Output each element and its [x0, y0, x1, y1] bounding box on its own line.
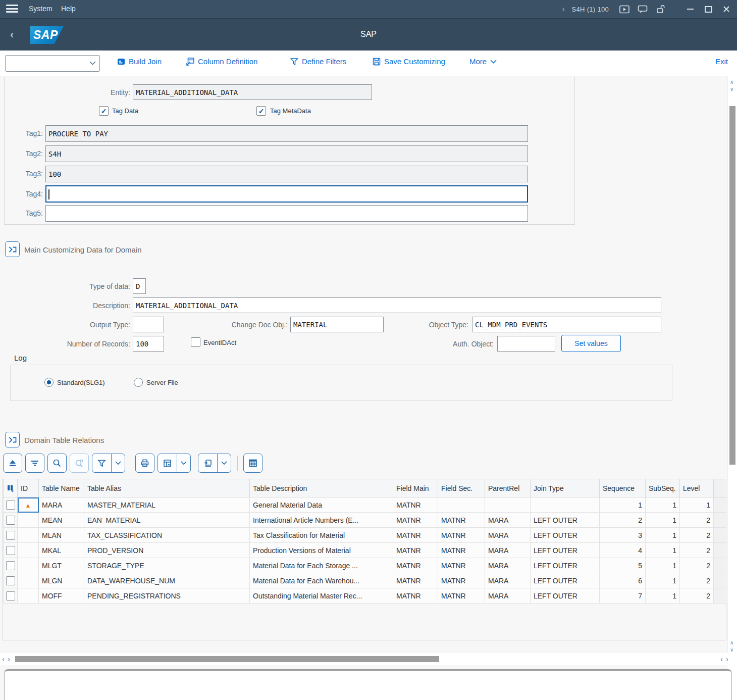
- cell-table-alias[interactable]: STORAGE_TYPE: [84, 558, 250, 573]
- layout-dropdown-button[interactable]: [217, 454, 231, 472]
- cell-table-description[interactable]: Tax Classification for Material: [250, 528, 393, 543]
- row-checkbox[interactable]: [6, 516, 15, 525]
- cell-field-main[interactable]: MATNR: [393, 588, 438, 604]
- export-spreadsheet-button[interactable]: [158, 454, 177, 472]
- cell-parentrel[interactable]: MARA: [485, 558, 531, 573]
- cell-parentrel[interactable]: MARA: [485, 588, 531, 604]
- collapse-section-icon[interactable]: [5, 241, 20, 257]
- session-dialog-icon[interactable]: [637, 4, 648, 15]
- cell-level[interactable]: 2: [680, 558, 714, 573]
- define-filters-button[interactable]: Define Filters: [290, 57, 346, 66]
- select-all-button[interactable]: [4, 479, 18, 497]
- cell-parentrel[interactable]: MARA: [485, 513, 531, 528]
- cell-table-alias[interactable]: TAX_CLASSIFICATION: [84, 528, 250, 543]
- description-field[interactable]: MATERIAL_ADDITIONAL_DATA: [133, 297, 661, 313]
- maximize-button[interactable]: [703, 4, 714, 15]
- cell-table-name[interactable]: MEAN: [39, 513, 84, 528]
- row-checkbox[interactable]: [6, 576, 15, 585]
- cell-sequence[interactable]: 4: [600, 543, 646, 558]
- chevron-down-icon[interactable]: [89, 61, 96, 65]
- cell-field-main[interactable]: MATNR: [393, 513, 438, 528]
- scroll-right-icon[interactable]: ›: [726, 655, 728, 663]
- cell-table-alias[interactable]: EAN_MATERIAL: [84, 513, 250, 528]
- scroll-left-icon[interactable]: ‹: [2, 655, 5, 663]
- scroll-right-icon[interactable]: ›: [8, 655, 10, 663]
- cell-field-main[interactable]: MATNR: [393, 497, 438, 513]
- tag4-field-focused[interactable]: [45, 185, 528, 203]
- cell-field-main[interactable]: MATNR: [393, 528, 438, 543]
- row-checkbox[interactable]: [6, 501, 15, 510]
- set-values-button[interactable]: Set values: [561, 335, 621, 352]
- copy-layout-button[interactable]: [198, 454, 217, 472]
- cell-subseq[interactable]: 1: [646, 497, 680, 513]
- cell-sequence[interactable]: 1: [600, 497, 646, 513]
- cell-level[interactable]: 2: [680, 573, 714, 588]
- num-records-field[interactable]: 100: [133, 336, 164, 352]
- cell-parentrel[interactable]: MARA: [485, 528, 531, 543]
- cell-id[interactable]: [18, 513, 39, 528]
- cell-join-type[interactable]: LEFT OUTER: [531, 543, 600, 558]
- type-of-data-field[interactable]: D: [133, 278, 146, 294]
- cell-table-description[interactable]: Material Data for Each Warehou...: [250, 573, 393, 588]
- unlocked-padlock-icon[interactable]: [655, 4, 666, 15]
- cell-table-description[interactable]: Outstanding Material Master Rec...: [250, 588, 393, 604]
- cell-field-sec[interactable]: MATNR: [438, 588, 485, 604]
- cell-subseq[interactable]: 1: [646, 513, 680, 528]
- cell-id[interactable]: [18, 573, 39, 588]
- cell-table-name[interactable]: MLGN: [39, 573, 84, 588]
- cell-subseq[interactable]: 1: [646, 558, 680, 573]
- column-header-level[interactable]: Level: [680, 479, 714, 497]
- cell-table-name[interactable]: MLAN: [39, 528, 84, 543]
- cell-level[interactable]: 2: [680, 528, 714, 543]
- cell-field-sec[interactable]: [438, 497, 485, 513]
- row-checkbox[interactable]: [6, 546, 15, 555]
- scroll-up-icon[interactable]: ∧: [730, 80, 733, 85]
- minimize-button[interactable]: [685, 4, 696, 15]
- cell-field-sec[interactable]: MATNR: [438, 573, 485, 588]
- tag-data-checkbox[interactable]: ✓: [99, 106, 109, 116]
- tag2-field[interactable]: S4H: [45, 145, 528, 162]
- cell-join-type[interactable]: LEFT OUTER: [531, 573, 600, 588]
- column-header-parentrel[interactable]: ParentRel: [485, 479, 531, 497]
- build-join-button[interactable]: Build Join: [117, 57, 162, 66]
- cell-field-sec[interactable]: MATNR: [438, 528, 485, 543]
- vertical-scroll-thumb[interactable]: [729, 106, 735, 465]
- cell-parentrel[interactable]: MARA: [485, 543, 531, 558]
- cell-join-type[interactable]: [531, 497, 600, 513]
- cell-join-type[interactable]: LEFT OUTER: [531, 588, 600, 604]
- cell-table-description[interactable]: General Material Data: [250, 497, 393, 513]
- cell-parentrel[interactable]: MARA: [485, 573, 531, 588]
- cell-table-name[interactable]: MKAL: [39, 543, 84, 558]
- row-checkbox[interactable]: [6, 531, 15, 540]
- cell-field-main[interactable]: MATNR: [393, 573, 438, 588]
- table-settings-button[interactable]: [243, 454, 262, 473]
- object-type-field[interactable]: CL_MDM_PRD_EVENTS: [472, 317, 661, 332]
- scroll-left-icon[interactable]: ‹: [720, 655, 723, 663]
- entity-field[interactable]: MATERIAL_ADDITIONAL_DATA: [133, 84, 372, 100]
- row-checkbox[interactable]: [6, 561, 15, 570]
- horizontal-scroll-thumb[interactable]: [15, 656, 439, 662]
- vertical-scrollbar[interactable]: ∧ ∨ ∧ ∨: [727, 77, 737, 654]
- cell-id[interactable]: [18, 528, 39, 543]
- cell-field-main[interactable]: MATNR: [393, 543, 438, 558]
- cell-sequence[interactable]: 6: [600, 573, 646, 588]
- cell-id[interactable]: [18, 543, 39, 558]
- sort-ascending-button[interactable]: [3, 454, 22, 473]
- collapse-section-icon[interactable]: [5, 432, 20, 447]
- horizontal-scrollbar[interactable]: ‹ › ‹ ›: [0, 653, 737, 665]
- close-button[interactable]: [721, 4, 732, 15]
- column-header-field-main[interactable]: Field Main: [393, 479, 438, 497]
- tag3-field[interactable]: 100: [45, 166, 528, 182]
- command-input[interactable]: [8, 57, 85, 70]
- column-header-id[interactable]: ID: [18, 479, 39, 497]
- cell-join-type[interactable]: LEFT OUTER: [531, 558, 600, 573]
- cell-level[interactable]: 2: [680, 513, 714, 528]
- cell-table-alias[interactable]: MASTER_MATERIAL: [84, 497, 250, 513]
- cell-sequence[interactable]: 5: [600, 558, 646, 573]
- menu-help[interactable]: Help: [61, 5, 76, 13]
- export-dropdown-button[interactable]: [177, 454, 190, 472]
- scroll-up-icon[interactable]: ∧: [730, 640, 733, 645]
- print-button[interactable]: [135, 454, 154, 473]
- cell-table-alias[interactable]: PENDING_REGISTRATIONS: [84, 588, 250, 604]
- cell-field-sec[interactable]: MATNR: [438, 543, 485, 558]
